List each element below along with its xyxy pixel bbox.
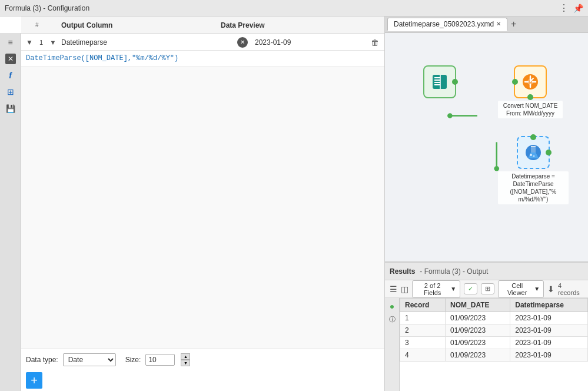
table-row: 301/09/20232023-01-09 xyxy=(400,337,588,349)
top-bar: Formula (3) - Configuration ⋮ 📌 xyxy=(0,0,588,16)
table-cell-nom_date[interactable]: 01/09/2023 xyxy=(446,324,510,337)
clear-button[interactable]: ✕ xyxy=(237,37,248,48)
results-table-wrap: Record NOM_DATE Datetimeparse 101/09/202… xyxy=(400,298,588,391)
results-copy-icon: ◫ xyxy=(401,284,408,294)
check-button[interactable]: ✓ xyxy=(464,283,477,294)
results-info-icon[interactable]: ⓘ xyxy=(386,313,398,325)
output-col-header: Output Column xyxy=(59,21,221,29)
tab-main[interactable]: Datetimeparse_05092023.yxmd ✕ xyxy=(387,18,507,31)
data-preview-header: Data Preview xyxy=(221,21,368,29)
results-header: Results - Formula (3) - Output xyxy=(385,263,588,280)
datatype-label: Data type: xyxy=(26,356,58,364)
svg-rect-8 xyxy=(434,84,440,85)
table-row: 101/09/20232023-01-09 xyxy=(400,312,588,324)
column-header-row: # Output Column Data Preview xyxy=(21,16,384,34)
svg-point-19 xyxy=(530,154,532,156)
node3-input-dot xyxy=(530,134,536,140)
top-bar-title: Formula (3) - Configuration xyxy=(5,4,89,12)
svg-rect-7 xyxy=(434,82,440,83)
table-cell-nom_date[interactable]: 01/09/2023 xyxy=(446,337,510,349)
grid-button[interactable]: ⊞ xyxy=(481,283,494,294)
node-transform[interactable]: Convert NOM_DATE From: MM/dd/yyyy xyxy=(498,65,563,118)
tab-add-button[interactable]: + xyxy=(509,19,519,29)
col-header-nom-date: NOM_DATE xyxy=(446,299,510,312)
transform-node-icon xyxy=(520,71,541,92)
fields-dropdown-chevron: ▼ xyxy=(450,286,456,292)
table-cell-datetimeparse[interactable]: 2023-01-09 xyxy=(510,349,588,362)
results-panel: Results - Formula (3) - Output ☰ ◫ 2 of … xyxy=(385,261,588,391)
canvas-area: Convert NOM_DATE From: MM/dd/yyyy xyxy=(385,33,588,261)
results-green-dot: ● xyxy=(386,300,398,312)
add-row-section: + xyxy=(21,370,384,391)
cell-viewer-label: Cell Viewer xyxy=(502,282,532,296)
fields-label: 2 of 2 Fields xyxy=(416,282,449,296)
table-cell-record[interactable]: 4 xyxy=(400,349,446,362)
formula-expression[interactable]: DateTimeParse([NOM_DATE],"%m/%d/%Y") xyxy=(21,51,384,67)
node2-output-dot xyxy=(527,94,533,100)
toolbar-menu[interactable]: ≡ xyxy=(2,35,19,49)
formula-row: ▼ 1 ▼ Datetimeparse ✕ 2023-01-09 🗑 xyxy=(21,34,384,51)
toolbar-save[interactable]: 💾 xyxy=(2,101,19,115)
size-input[interactable] xyxy=(145,354,175,366)
delete-row-button[interactable]: 🗑 xyxy=(368,38,382,47)
datatype-row: Data type: Date DateTime String Int64 Si… xyxy=(21,349,384,370)
fields-dropdown[interactable]: 2 of 2 Fields ▼ xyxy=(412,280,460,298)
col-header-record: Record xyxy=(400,299,446,312)
right-panel: Datetimeparse_05092023.yxmd ✕ + xyxy=(385,16,588,391)
svg-rect-5 xyxy=(434,77,440,78)
toolbar-close[interactable]: ✕ xyxy=(2,52,19,66)
table-cell-datetimeparse[interactable]: 2023-01-09 xyxy=(510,312,588,324)
results-subtitle: - Formula (3) - Output xyxy=(420,267,488,276)
table-cell-record[interactable]: 2 xyxy=(400,324,446,337)
results-left-icons: ● ⓘ xyxy=(385,298,400,391)
table-cell-datetimeparse[interactable]: 2023-01-09 xyxy=(510,337,588,349)
svg-rect-6 xyxy=(434,79,440,81)
results-title: Results xyxy=(390,267,415,276)
datatype-select[interactable]: Date DateTime String Int64 xyxy=(63,353,116,366)
tab-close-button[interactable]: ✕ xyxy=(496,21,501,27)
results-toolbar: ☰ ◫ 2 of 2 Fields ▼ ✓ ⊞ Cell Viewer ▼ ⬇ … xyxy=(385,280,588,298)
left-panel: ≡ ✕ f ⊞ 💾 # Output Column Data Previ xyxy=(0,16,385,391)
formula-node-icon xyxy=(523,142,544,163)
node3-label: Datetimeparse = DateTimeParse ([NOM_DATE… xyxy=(498,171,569,204)
results-list-icon: ☰ xyxy=(390,284,397,294)
row-preview: 2023-01-09 xyxy=(250,38,368,47)
row-name[interactable]: Datetimeparse xyxy=(59,38,237,47)
formula-empty-area xyxy=(21,67,384,349)
tab-main-label: Datetimeparse_05092023.yxmd xyxy=(394,20,494,28)
svg-point-1 xyxy=(447,113,453,118)
more-icon[interactable]: ⋮ xyxy=(559,2,569,14)
download-icon[interactable]: ⬇ xyxy=(547,284,554,294)
vertical-toolbar: ≡ ✕ f ⊞ 💾 xyxy=(0,33,21,391)
table-row: 201/09/20232023-01-09 xyxy=(400,324,588,337)
node-formula[interactable]: Datetimeparse = DateTimeParse ([NOM_DATE… xyxy=(498,136,569,204)
col-header-datetimeparse: Datetimeparse xyxy=(510,299,588,312)
table-cell-record[interactable]: 1 xyxy=(400,312,446,324)
node1-output-dot xyxy=(452,79,458,85)
size-spinner[interactable]: ▲ ▼ xyxy=(181,353,190,366)
table-cell-record[interactable]: 3 xyxy=(400,337,446,349)
table-cell-nom_date[interactable]: 01/09/2023 xyxy=(446,349,510,362)
toolbar-formula[interactable]: f xyxy=(2,68,19,82)
toolbar-box[interactable]: ⊞ xyxy=(2,85,19,99)
node2-label: Convert NOM_DATE From: MM/dd/yyyy xyxy=(498,101,563,118)
check-icon: ✓ xyxy=(468,285,473,293)
node-input[interactable] xyxy=(423,65,456,98)
records-count: 4 records xyxy=(558,282,583,296)
node2-input-dot xyxy=(512,79,518,85)
cell-viewer-dropdown[interactable]: Cell Viewer ▼ xyxy=(498,280,544,298)
table-row: 401/09/20232023-01-09 xyxy=(400,349,588,362)
size-up-button[interactable]: ▲ xyxy=(181,353,190,360)
add-row-button[interactable]: + xyxy=(26,372,42,389)
svg-point-20 xyxy=(533,155,535,157)
node3-output-dot xyxy=(546,150,552,155)
size-down-button[interactable]: ▼ xyxy=(181,360,190,366)
input-node-icon xyxy=(430,72,449,91)
table-cell-nom_date[interactable]: 01/09/2023 xyxy=(446,312,510,324)
pin-icon[interactable]: 📌 xyxy=(573,4,583,13)
table-cell-datetimeparse[interactable]: 2023-01-09 xyxy=(510,324,588,337)
tab-bar: Datetimeparse_05092023.yxmd ✕ + xyxy=(385,16,588,33)
left-content: # Output Column Data Preview ▼ 1 ▼ Datet… xyxy=(21,16,384,391)
cell-viewer-chevron: ▼ xyxy=(534,286,540,292)
row-number: 1 xyxy=(35,39,47,46)
